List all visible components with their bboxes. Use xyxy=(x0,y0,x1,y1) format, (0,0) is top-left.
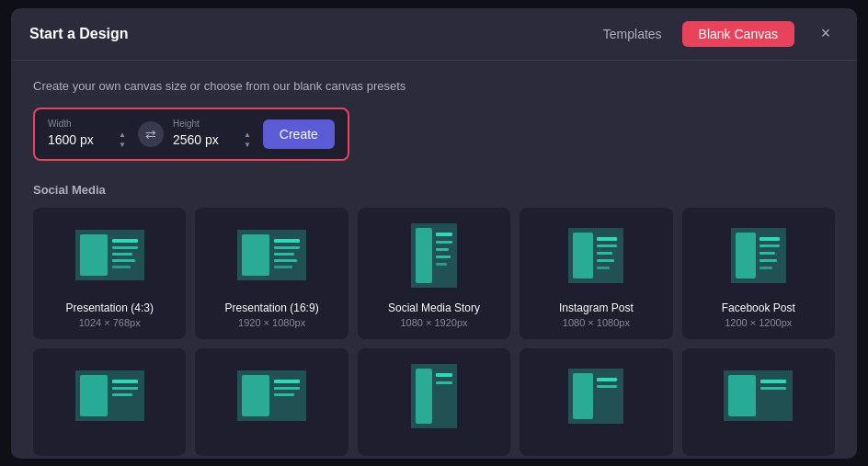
height-input[interactable] xyxy=(173,132,237,147)
tab-templates[interactable]: Templates xyxy=(587,21,679,47)
subtitle-text: Create your own canvas size or choose fr… xyxy=(33,79,835,93)
row2-grid xyxy=(33,348,835,456)
svg-rect-29 xyxy=(736,233,756,278)
width-input[interactable] xyxy=(48,132,112,147)
svg-rect-38 xyxy=(112,387,138,390)
svg-rect-50 xyxy=(573,373,593,419)
svg-rect-17 xyxy=(436,241,452,244)
preview-icon-facebook-post xyxy=(731,228,786,283)
card-preview-r2-5 xyxy=(693,359,824,433)
card-title-presentation-4x3: Presentation (4:3) xyxy=(66,301,154,314)
modal-body: Create your own canvas size or choose fr… xyxy=(11,61,857,459)
width-stepper: ▲ ▼ xyxy=(116,131,129,150)
card-title-facebook-post: Facebook Post xyxy=(722,301,795,314)
svg-rect-47 xyxy=(436,373,452,377)
svg-rect-36 xyxy=(80,375,108,416)
height-label: Height xyxy=(173,119,254,129)
create-button[interactable]: Create xyxy=(263,119,335,149)
card-preview-social-story xyxy=(369,219,499,292)
width-input-row: ▲ ▼ xyxy=(48,131,129,150)
height-stepper: ▲ ▼ xyxy=(241,131,254,150)
modal-title: Start a Design xyxy=(29,26,129,42)
svg-rect-46 xyxy=(416,369,432,424)
svg-rect-51 xyxy=(597,378,617,381)
svg-rect-12 xyxy=(274,259,297,262)
preview-icon-r2-1 xyxy=(75,370,144,421)
svg-rect-5 xyxy=(112,259,135,262)
card-preview-r2-1 xyxy=(44,359,175,433)
height-input-row: ▲ ▼ xyxy=(173,131,254,150)
close-button[interactable]: × xyxy=(813,21,839,47)
modal-overlay: Start a Design Templates Blank Canvas × … xyxy=(0,0,868,466)
card-r2-4[interactable] xyxy=(520,348,672,456)
svg-rect-56 xyxy=(760,387,786,390)
card-preview-r2-2 xyxy=(206,359,337,433)
modal: Start a Design Templates Blank Canvas × … xyxy=(11,8,857,459)
card-title-presentation-16x9: Presentation (16:9) xyxy=(225,301,319,314)
svg-rect-39 xyxy=(112,393,132,396)
svg-rect-32 xyxy=(760,252,775,255)
svg-rect-2 xyxy=(112,239,138,243)
card-preview-facebook-post xyxy=(693,219,824,292)
preview-icon-r2-4 xyxy=(568,369,623,424)
svg-rect-8 xyxy=(242,234,269,276)
preview-icon-instagram-post xyxy=(568,228,623,283)
svg-rect-26 xyxy=(597,259,614,262)
svg-rect-18 xyxy=(436,248,449,251)
preview-icon-social-story xyxy=(411,223,457,288)
preview-icon-presentation-16x9 xyxy=(237,230,306,280)
svg-rect-19 xyxy=(436,256,451,258)
preview-icon-r2-5 xyxy=(724,370,793,421)
card-preview-instagram-post xyxy=(531,219,661,292)
card-preview-presentation-16x9 xyxy=(206,219,337,292)
svg-rect-37 xyxy=(112,380,138,383)
modal-header: Start a Design Templates Blank Canvas × xyxy=(11,8,857,61)
preview-icon-presentation-4x3 xyxy=(75,230,144,280)
svg-rect-3 xyxy=(112,246,138,249)
svg-rect-43 xyxy=(274,387,300,390)
card-dims-instagram-post: 1080 × 1080px xyxy=(563,317,630,328)
svg-rect-44 xyxy=(274,393,294,396)
svg-rect-6 xyxy=(112,266,131,268)
card-instagram-post[interactable]: Instagram Post 1080 × 1080px xyxy=(520,208,672,339)
svg-rect-48 xyxy=(436,381,452,384)
svg-rect-22 xyxy=(573,233,593,278)
card-r2-2[interactable] xyxy=(195,348,348,456)
card-dims-presentation-4x3: 1024 × 768px xyxy=(79,317,141,328)
card-dims-facebook-post: 1200 × 1200px xyxy=(725,317,792,328)
card-facebook-post[interactable]: Facebook Post 1200 × 1200px xyxy=(682,208,835,339)
card-r2-1[interactable] xyxy=(33,348,186,456)
svg-rect-54 xyxy=(728,375,756,416)
card-presentation-4x3[interactable]: Presentation (4:3) 1024 × 768px xyxy=(33,208,186,339)
svg-rect-13 xyxy=(274,266,292,268)
width-label: Width xyxy=(48,119,129,129)
card-preview-presentation-4x3 xyxy=(44,219,175,292)
svg-rect-24 xyxy=(597,244,617,247)
card-social-story[interactable]: Social Media Story 1080 × 1920px xyxy=(358,208,510,339)
svg-rect-1 xyxy=(80,234,108,276)
width-up-btn[interactable]: ▲ xyxy=(116,131,129,140)
preview-icon-r2-3 xyxy=(411,364,457,428)
swap-button[interactable]: ⇄ xyxy=(138,121,164,147)
width-down-btn[interactable]: ▼ xyxy=(116,141,129,150)
height-down-btn[interactable]: ▼ xyxy=(241,141,254,150)
height-up-btn[interactable]: ▲ xyxy=(241,131,254,140)
card-r2-5[interactable] xyxy=(682,348,835,456)
row2-section xyxy=(33,348,835,456)
svg-rect-11 xyxy=(274,253,294,256)
svg-rect-52 xyxy=(597,385,617,388)
tab-blank-canvas[interactable]: Blank Canvas xyxy=(682,21,794,47)
svg-rect-23 xyxy=(597,237,617,241)
card-r2-3[interactable] xyxy=(358,348,510,456)
social-media-grid: Presentation (4:3) 1024 × 768px xyxy=(33,208,835,339)
svg-rect-15 xyxy=(416,228,432,283)
card-dims-social-story: 1080 × 1920px xyxy=(400,317,467,328)
card-presentation-16x9[interactable]: Presentation (16:9) 1920 × 1080px xyxy=(195,208,348,339)
svg-rect-16 xyxy=(436,233,452,236)
social-media-section: Social Media xyxy=(33,183,835,339)
width-group: Width ▲ ▼ xyxy=(48,119,129,150)
svg-rect-33 xyxy=(760,259,777,262)
preview-icon-r2-2 xyxy=(237,370,306,421)
size-controls: Width ▲ ▼ ⇄ Height ▲ xyxy=(33,108,349,161)
card-title-instagram-post: Instagram Post xyxy=(559,301,634,314)
